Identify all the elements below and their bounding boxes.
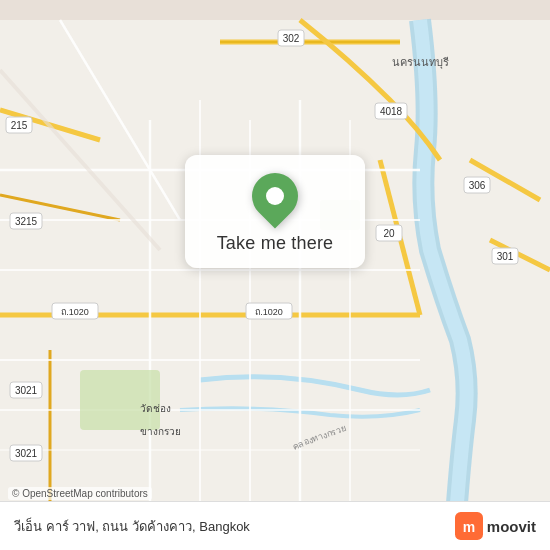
pin-inner-circle: [266, 187, 284, 205]
map-pin-icon: [242, 163, 307, 228]
svg-text:302: 302: [283, 33, 300, 44]
svg-text:306: 306: [469, 180, 486, 191]
map-container: 302 4018 306 301 215 3215 ถ.1020 ถ.1020 …: [0, 0, 550, 550]
moovit-logo-text: moovit: [487, 518, 536, 535]
svg-text:ขางกรวย: ขางกรวย: [140, 426, 181, 437]
svg-text:วัดช่อง: วัดช่อง: [140, 403, 171, 414]
moovit-logo: m moovit: [455, 512, 536, 540]
svg-text:นครนนทบุรี: นครนนทบุรี: [392, 56, 449, 69]
svg-text:20: 20: [383, 228, 395, 239]
svg-text:4018: 4018: [380, 106, 403, 117]
moovit-logo-icon: m: [455, 512, 483, 540]
svg-text:3021: 3021: [15, 385, 38, 396]
svg-rect-23: [80, 370, 160, 430]
svg-text:m: m: [463, 519, 475, 535]
svg-text:301: 301: [497, 251, 514, 262]
info-bar: วีเอ็น คาร์ วาฟ, ถนน วัดค้างคาว, Bangkok…: [0, 501, 550, 550]
map-copyright: © OpenStreetMap contributors: [8, 487, 152, 500]
svg-text:ถ.1020: ถ.1020: [255, 307, 283, 317]
svg-text:ถ.1020: ถ.1020: [61, 307, 89, 317]
map-background: 302 4018 306 301 215 3215 ถ.1020 ถ.1020 …: [0, 0, 550, 550]
svg-text:215: 215: [11, 120, 28, 131]
location-label: วีเอ็น คาร์ วาฟ, ถนน วัดค้างคาว, Bangkok: [14, 516, 455, 537]
take-me-there-button[interactable]: Take me there: [217, 233, 334, 254]
popup-card: Take me there: [185, 155, 365, 268]
svg-text:3021: 3021: [15, 448, 38, 459]
svg-text:3215: 3215: [15, 216, 38, 227]
